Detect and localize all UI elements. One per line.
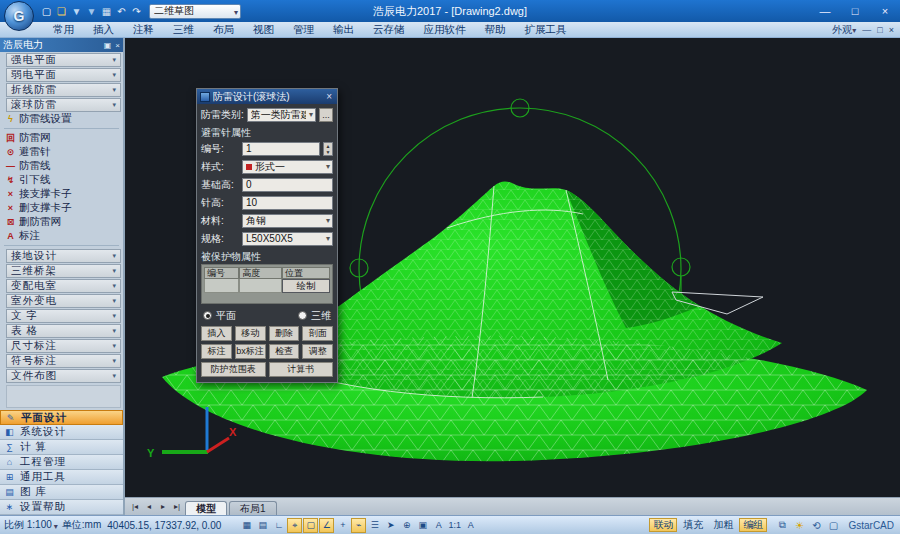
ribbon-tab[interactable]: 视图 xyxy=(244,22,283,37)
pin-height-input[interactable]: 10 xyxy=(242,196,333,210)
doc-minimize-button[interactable]: — xyxy=(862,25,871,35)
ribbon-tab[interactable]: 三维 xyxy=(164,22,203,37)
palette-group[interactable]: 室外变电 xyxy=(6,294,121,308)
table-cell[interactable] xyxy=(204,279,239,293)
palette-tool[interactable]: 回 防雷网 xyxy=(0,131,123,145)
app-logo[interactable]: G xyxy=(4,1,34,31)
palette-group[interactable]: 尺寸标注 xyxy=(6,339,121,353)
palette-group[interactable]: 文 字 xyxy=(6,309,121,323)
status-icon[interactable]: ▢ xyxy=(303,518,318,533)
workspace-select[interactable]: 二维草图 xyxy=(149,4,241,19)
ribbon-tab[interactable]: 帮助 xyxy=(476,22,515,37)
palette-group[interactable]: 文件布图 xyxy=(6,369,121,383)
status-icon[interactable]: 1:1 xyxy=(447,518,462,533)
palette-group[interactable]: 弱电平面 xyxy=(6,68,121,82)
close-button[interactable]: × xyxy=(870,0,900,22)
fullscreen-icon[interactable]: ▢ xyxy=(826,518,840,532)
plane-radio[interactable] xyxy=(203,311,212,320)
ribbon-tab[interactable]: 布局 xyxy=(204,22,243,37)
status-toggle[interactable]: 编组 xyxy=(739,518,767,532)
dialog-close-icon[interactable]: × xyxy=(324,91,334,102)
ribbon-tab[interactable]: 常用 xyxy=(44,22,83,37)
table-cell[interactable] xyxy=(239,279,282,293)
palette-group[interactable]: 滚球防雷 xyxy=(6,98,121,112)
mode-item[interactable]: ✎ 平面设计 xyxy=(0,410,123,425)
status-icon[interactable]: A xyxy=(463,518,478,533)
status-icon[interactable]: A xyxy=(431,518,446,533)
three-d-radio[interactable] xyxy=(298,311,307,320)
style-select[interactable]: 形式一 xyxy=(242,160,333,174)
palette-tool[interactable]: ⊠ 删防雷网 xyxy=(0,215,123,229)
ribbon-tab[interactable]: 管理 xyxy=(284,22,323,37)
next-tab-icon[interactable]: ▸ xyxy=(157,502,169,511)
dialog-button[interactable]: 移动 xyxy=(235,326,266,341)
dialog-button[interactable]: 调整 xyxy=(302,344,333,359)
mode-item[interactable]: ∗ 设置帮助 xyxy=(0,500,123,515)
dialog-button[interactable]: bx标注 xyxy=(235,344,266,359)
palette-tool[interactable]: — 防雷线 xyxy=(0,159,123,173)
number-spinner[interactable]: ▲▼ xyxy=(323,142,333,156)
status-icon[interactable]: ▤ xyxy=(255,518,270,533)
palette-tool[interactable]: × 接支撑卡子 xyxy=(0,187,123,201)
status-icon[interactable]: ⊕ xyxy=(399,518,414,533)
mode-item[interactable]: ▤ 图 库 xyxy=(0,485,123,500)
palette-tool[interactable]: ↯ 引下线 xyxy=(0,173,123,187)
first-tab-icon[interactable]: |◂ xyxy=(129,502,141,511)
clean-screen-icon[interactable]: ⟲ xyxy=(809,518,823,532)
ribbon-tab[interactable]: 扩展工具 xyxy=(516,22,576,37)
maximize-button[interactable]: □ xyxy=(840,0,870,22)
spec-select[interactable]: L50X50X5 xyxy=(242,232,333,246)
palette-close-icon[interactable]: × xyxy=(115,41,120,50)
app-window-icon[interactable]: ⧉ xyxy=(775,518,789,532)
lightning-line-settings[interactable]: ϟ 防雷线设置 xyxy=(0,112,123,126)
layout1-tab[interactable]: 布局1 xyxy=(229,501,277,516)
palette-group[interactable]: 符号标注 xyxy=(6,354,121,368)
palette-group[interactable]: 变配电室 xyxy=(6,279,121,293)
draw-button[interactable]: 绘制 xyxy=(282,279,330,293)
status-icon[interactable]: ☰ xyxy=(367,518,382,533)
dialog-button[interactable]: 标注 xyxy=(201,344,232,359)
ribbon-tab[interactable]: 云存储 xyxy=(364,22,414,37)
drawing-canvas[interactable]: Y X 防雷设计(滚球法) × 防雷类别: 第一类防雷建筑 ... xyxy=(125,38,900,497)
dialog-button[interactable]: 插入 xyxy=(201,326,232,341)
category-select[interactable]: 第一类防雷建筑 xyxy=(247,108,316,122)
appearance-menu[interactable]: 外观 xyxy=(832,23,856,37)
status-toggle[interactable]: 加粗 xyxy=(709,518,737,532)
minimize-button[interactable]: — xyxy=(810,0,840,22)
palette-group[interactable]: 强电平面 xyxy=(6,53,121,67)
mode-item[interactable]: ⊞ 通用工具 xyxy=(0,470,123,485)
lamp-icon[interactable]: ☀ xyxy=(792,518,806,532)
base-height-input[interactable]: 0 xyxy=(242,178,333,192)
more-button[interactable]: ... xyxy=(319,108,333,122)
status-toggle[interactable]: 填充 xyxy=(679,518,707,532)
status-icon[interactable]: ⌖ xyxy=(287,518,302,533)
status-icon[interactable]: ▦ xyxy=(239,518,254,533)
material-select[interactable]: 角钢 xyxy=(242,214,333,228)
prev-tab-icon[interactable]: ◂ xyxy=(143,502,155,511)
palette-tool[interactable]: × 删支撑卡子 xyxy=(0,201,123,215)
scale-select[interactable]: 比例 1:100 xyxy=(4,518,58,532)
dialog-button[interactable]: 剖面 xyxy=(302,326,333,341)
status-icon[interactable]: ∟ xyxy=(271,518,286,533)
palette-group[interactable]: 三维桥架 xyxy=(6,264,121,278)
status-toggle[interactable]: 联动 xyxy=(649,518,677,532)
dialog-button[interactable]: 防护范围表 xyxy=(201,362,266,377)
status-icon[interactable]: ⌁ xyxy=(351,518,366,533)
dialog-title-bar[interactable]: 防雷设计(滚球法) × xyxy=(197,89,337,104)
status-icon[interactable]: ∠ xyxy=(319,518,334,533)
mode-item[interactable]: ◧ 系统设计 xyxy=(0,425,123,440)
number-input[interactable]: 1 xyxy=(242,142,320,156)
ribbon-tab[interactable]: 应用软件 xyxy=(415,22,475,37)
doc-close-button[interactable]: × xyxy=(889,25,894,35)
status-icon[interactable]: ▣ xyxy=(415,518,430,533)
status-icon[interactable]: ➤ xyxy=(383,518,398,533)
dialog-button[interactable]: 检查 xyxy=(269,344,300,359)
palette-tool[interactable]: ⊙ 避雷针 xyxy=(0,145,123,159)
status-icon[interactable]: + xyxy=(335,518,350,533)
ribbon-tab[interactable]: 插入 xyxy=(84,22,123,37)
doc-restore-button[interactable]: □ xyxy=(877,25,882,35)
dialog-button[interactable]: 计算书 xyxy=(269,362,334,377)
model-tab[interactable]: 模型 xyxy=(185,501,227,516)
palette-group[interactable]: 折线防雷 xyxy=(6,83,121,97)
mode-item[interactable]: ⌂ 工程管理 xyxy=(0,455,123,470)
